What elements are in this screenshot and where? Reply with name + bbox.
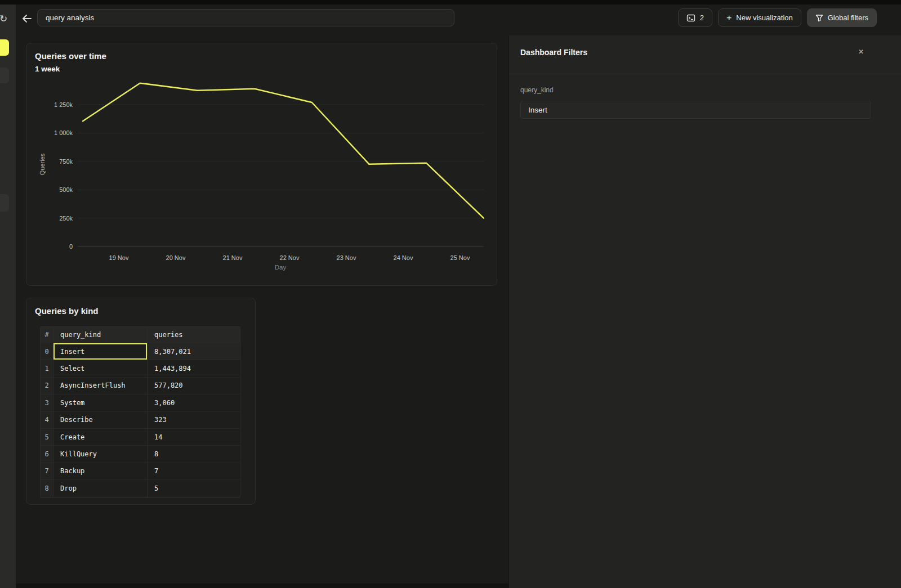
sql-console-button[interactable]: 2 [678,8,712,27]
queries-over-time-card: Queries over time 1 week 0250k500k750k1 … [26,43,497,286]
sidebar-item-2[interactable] [0,68,9,83]
y-axis-title: Queries [39,153,46,175]
query-kind-cell[interactable]: System [53,394,148,411]
arrow-left-icon [20,17,34,27]
table-row: 1Select1,443,894 [41,360,240,377]
canvas-bottom-edge [16,583,509,588]
row-index-cell: 4 [41,412,53,428]
row-index-cell: 8 [41,480,53,497]
row-index-cell: 6 [41,446,53,462]
filters-panel-title: Dashboard Filters [520,48,587,57]
query-kind-cell[interactable]: Describe [53,412,148,428]
table-row: 7Backup7 [41,463,240,480]
left-sidebar-rail: ↻ [0,5,16,588]
table-row: 8Drop5 [41,480,240,497]
panel-divider [509,74,901,74]
sidebar-item-active-dashboard[interactable] [0,39,9,56]
y-tick-label: 750k [59,158,73,165]
row-index-cell: 0 [41,343,53,360]
y-tick-label: 1 250k [54,101,73,108]
queries-cell[interactable]: 14 [148,429,240,445]
query-kind-cell[interactable]: Backup [53,463,148,479]
close-icon[interactable]: ✕ [856,47,866,57]
query-kind-cell[interactable]: Create [53,429,148,445]
queries-over-time-line-chart: 0250k500k750k1 000k1 250k19 Nov20 Nov21 … [26,43,498,286]
table-row: 3System3,060 [41,394,240,411]
table-header-row: #query_kindqueries [41,327,240,343]
query-kind-cell[interactable]: Drop [53,480,148,497]
console-count-badge: 2 [700,14,704,22]
table-row: 6KillQuery8 [41,446,240,463]
row-index-cell: 2 [41,378,53,394]
y-tick-label: 500k [59,186,73,193]
dashboard-title-input[interactable] [37,9,454,26]
row-index-cell: 3 [41,394,53,411]
sidebar-item-3[interactable] [0,194,9,212]
refresh-icon[interactable]: ↻ [0,12,10,26]
global-filters-button[interactable]: Global filters [807,8,877,27]
queries-cell[interactable]: 577,820 [148,378,240,394]
queries-by-kind-table: #query_kindqueries0Insert8,307,0211Selec… [40,326,240,498]
queries-by-kind-card: Queries by kind #query_kindqueries0Inser… [26,298,256,505]
queries-cell[interactable]: 7 [148,463,240,479]
x-tick-label: 23 Nov [337,254,356,261]
queries-cell[interactable]: 3,060 [148,394,240,411]
queries-series-line [83,83,484,218]
y-tick-label: 1 000k [54,129,73,136]
global-filters-label: Global filters [828,14,868,22]
column-header-index[interactable]: # [41,327,53,343]
x-tick-label: 22 Nov [280,254,300,261]
row-index-cell: 5 [41,429,53,445]
table-row: 2AsyncInsertFlush577,820 [41,378,240,394]
x-tick-label: 25 Nov [450,254,470,261]
table-title: Queries by kind [35,306,99,316]
x-axis-title: Day [275,264,287,271]
table-row: 5Create14 [41,429,240,446]
x-tick-label: 24 Nov [394,254,413,261]
new-visualization-button[interactable]: + New visualization [718,8,801,27]
plus-icon: + [726,13,731,23]
filter-field-label: query_kind [520,86,554,94]
query-kind-filter-input[interactable] [520,101,871,119]
query-kind-cell[interactable]: Select [53,360,148,376]
window-top-edge [0,0,901,5]
funnel-icon [815,14,823,22]
x-tick-label: 19 Nov [109,254,129,261]
table-row: 4Describe323 [41,412,240,429]
x-tick-label: 21 Nov [223,254,243,261]
row-index-cell: 7 [41,463,53,479]
topbar-actions: 2 + New visualization Global filters [678,8,877,27]
back-button[interactable] [20,12,34,25]
query-kind-cell[interactable]: KillQuery [53,446,148,462]
queries-cell[interactable]: 323 [148,412,240,428]
x-tick-label: 20 Nov [166,254,186,261]
queries-cell[interactable]: 8 [148,446,240,462]
new-visualization-label: New visualization [736,14,792,22]
y-tick-label: 0 [69,243,73,250]
column-header-query_kind[interactable]: query_kind [53,327,148,343]
query-kind-cell[interactable]: AsyncInsertFlush [53,378,148,394]
query-kind-cell[interactable]: Insert [53,343,148,360]
queries-cell[interactable]: 8,307,021 [148,343,240,360]
dashboard-filters-panel: Dashboard Filters ✕ query_kind [509,35,901,588]
queries-cell[interactable]: 1,443,894 [148,360,240,376]
table-row: 0Insert8,307,021 [41,343,240,360]
y-tick-label: 250k [59,215,73,222]
queries-cell[interactable]: 5 [148,480,240,497]
column-header-queries[interactable]: queries [148,327,240,343]
sql-console-icon [686,14,695,23]
row-index-cell: 1 [41,360,53,376]
